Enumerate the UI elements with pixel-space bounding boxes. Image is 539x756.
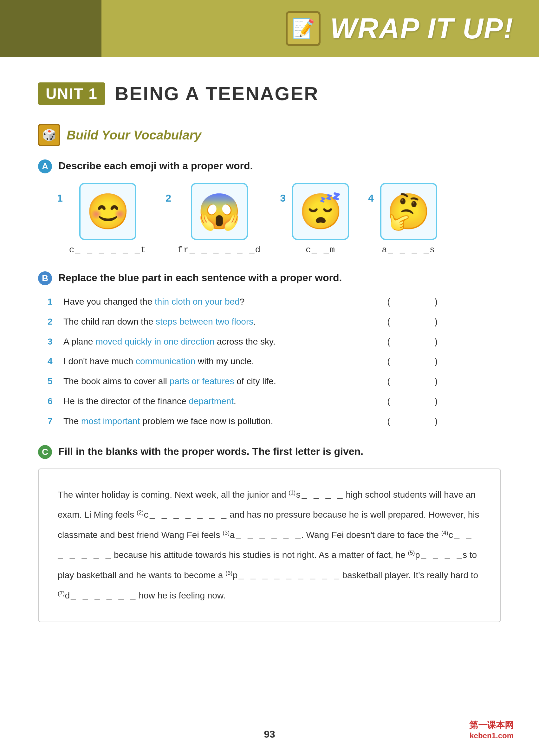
watermark-line2: keben1.com (469, 731, 514, 740)
sentence-num-1: 1 (47, 295, 57, 309)
emoji-num-2: 2 (166, 192, 171, 204)
sentence-text-1: Have you changed the thin cloth on your … (63, 295, 381, 309)
fill-super-7: (7) (58, 590, 65, 596)
emoji-box-2: 😱 fr_ _ _ _ _ _d (178, 183, 261, 255)
unit-title: BEING A TEENAGER (115, 83, 319, 104)
emoji-blank-4: a_ _ _ _s (382, 245, 435, 255)
sentence-brackets-2: ( ) (387, 315, 501, 329)
emoji-frame-2: 😱 (191, 183, 248, 240)
sentence-text-3: A plane moved quickly in one direction a… (63, 335, 381, 349)
emoji-item-2: 2 😱 fr_ _ _ _ _ _d (166, 183, 261, 255)
sentence-num-6: 6 (47, 394, 57, 409)
fill-blank-1: s_ _ _ _ (295, 490, 343, 500)
sentence-num-2: 2 (47, 315, 57, 329)
fill-super-6: (6) (225, 570, 232, 576)
vocabulary-section-title: Build Your Vocabulary (67, 128, 201, 142)
sentence-item-2: 2 The child ran down the steps between t… (47, 315, 501, 329)
page-number: 93 (264, 728, 275, 740)
sentence-item-1: 1 Have you changed the thin cloth on you… (47, 295, 501, 309)
sentence-item-5: 5 The book aims to cover all parts or fe… (47, 375, 501, 389)
task-b-header: B Replace the blue part in each sentence… (38, 271, 501, 285)
emoji-num-4: 4 (368, 192, 374, 204)
emoji-num-3: 3 (280, 192, 286, 204)
emoji-box-1: 😊 c_ _ _ _ _ _t (69, 183, 146, 255)
page-footer: 93 (0, 728, 539, 740)
fill-blank-2: c_ _ _ _ _ _ _ (144, 510, 227, 520)
fill-blank-6: p_ _ _ _ _ _ _ _ _ (232, 571, 340, 581)
sentence-text-6: He is the director of the finance depart… (63, 394, 381, 409)
task-c-instruction: Fill in the blanks with the proper words… (58, 445, 363, 459)
fill-in-box: The winter holiday is coming. Next week,… (38, 468, 501, 623)
unit-header: UNIT 1 BEING A TEENAGER (38, 82, 501, 105)
task-b-instruction: Replace the blue part in each sentence w… (58, 271, 342, 285)
emoji-item-4: 4 🤔 a_ _ _ _s (368, 183, 437, 255)
vocabulary-section-header: 🎲 Build Your Vocabulary (38, 124, 501, 146)
blue-text-2: steps between two floors (156, 317, 253, 326)
task-b: B Replace the blue part in each sentence… (38, 271, 501, 429)
fill-super-2: (2) (137, 510, 144, 516)
sentence-item-6: 6 He is the director of the finance depa… (47, 394, 501, 409)
header-bar: 📝 WRAP IT UP! (0, 0, 539, 57)
blue-text-5: parts or features (170, 376, 234, 386)
sentence-num-3: 3 (47, 335, 57, 349)
unit-badge: UNIT 1 (38, 82, 105, 105)
blue-text-1: thin cloth on your bed (155, 297, 240, 307)
sentence-brackets-1: ( ) (387, 295, 501, 309)
task-c: C Fill in the blanks with the proper wor… (38, 445, 501, 623)
task-c-badge: C (38, 445, 52, 459)
fill-text-4: . Wang Fei doesn't dare to face the (301, 530, 441, 540)
blue-text-4: communication (136, 356, 195, 366)
emoji-num-1: 1 (57, 192, 63, 204)
task-a-badge: A (38, 160, 52, 173)
vocab-icon: 🎲 (38, 124, 60, 146)
fill-blank-7: d_ _ _ _ _ _ (65, 591, 136, 601)
sentence-num-7: 7 (47, 414, 57, 429)
task-a-header: A Describe each emoji with a proper word… (38, 159, 501, 173)
emoji-frame-1: 😊 (79, 183, 136, 240)
sentence-brackets-5: ( ) (387, 375, 501, 389)
emoji-blank-2: fr_ _ _ _ _ _d (178, 245, 261, 255)
blue-text-7: most important (81, 416, 140, 426)
blue-text-3: moved quickly in one direction (96, 337, 214, 346)
fill-super-1: (1) (288, 489, 295, 496)
wrap-title: WRAP IT UP! (330, 12, 514, 45)
fill-text-5: because his attitude towards his studies… (111, 550, 408, 560)
emoji-frame-3: 😴 (292, 183, 349, 240)
wrap-it-up-section: 📝 WRAP IT UP! (286, 11, 514, 46)
header-dark-panel (0, 0, 102, 57)
sentence-brackets-6: ( ) (387, 394, 501, 409)
sentence-text-7: The most important problem we face now i… (63, 414, 381, 429)
task-a-instruction: Describe each emoji with a proper word. (58, 159, 253, 173)
emoji-item-1: 1 😊 c_ _ _ _ _ _t (57, 183, 146, 255)
fill-super-4: (4) (441, 529, 448, 536)
emoji-box-3: 😴 c_ _m (292, 183, 349, 255)
sentence-brackets-3: ( ) (387, 335, 501, 349)
emoji-item-3: 3 😴 c_ _m (280, 183, 349, 255)
sentence-brackets-7: ( ) (387, 414, 501, 429)
sentence-brackets-4: ( ) (387, 354, 501, 369)
sentence-item-7: 7 The most important problem we face now… (47, 414, 501, 429)
task-b-badge: B (38, 271, 52, 285)
sentence-item-3: 3 A plane moved quickly in one direction… (47, 335, 501, 349)
notebook-icon: 📝 (286, 11, 321, 46)
watermark: 第一课本网 keben1.com (469, 719, 514, 740)
task-c-header: C Fill in the blanks with the proper wor… (38, 445, 501, 459)
emoji-blank-3: c_ _m (306, 245, 336, 255)
blue-text-6: department (189, 396, 234, 406)
sentence-num-4: 4 (47, 354, 57, 369)
main-content: UNIT 1 BEING A TEENAGER 🎲 Build Your Voc… (0, 57, 539, 648)
fill-blank-5: p_ _ _ _ (415, 551, 463, 560)
watermark-line1: 第一课本网 (469, 719, 514, 731)
sentence-text-4: I don't have much communication with my … (63, 354, 381, 369)
emoji-grid: 1 😊 c_ _ _ _ _ _t 2 😱 fr_ _ _ _ _ _d 3 😴… (38, 183, 501, 255)
sentence-text-5: The book aims to cover all parts or feat… (63, 375, 381, 389)
sentence-num-5: 5 (47, 375, 57, 389)
emoji-frame-4: 🤔 (380, 183, 437, 240)
fill-text-7: basketball player. It's really hard to (340, 570, 478, 580)
fill-blank-3: a_ _ _ _ _ _ (230, 531, 301, 540)
fill-text-8: how he is feeling now. (136, 590, 226, 600)
sentence-text-2: The child ran down the steps between two… (63, 315, 381, 329)
task-a: A Describe each emoji with a proper word… (38, 159, 501, 255)
fill-super-5: (5) (408, 550, 415, 556)
fill-text-1: The winter holiday is coming. Next week,… (58, 490, 288, 500)
